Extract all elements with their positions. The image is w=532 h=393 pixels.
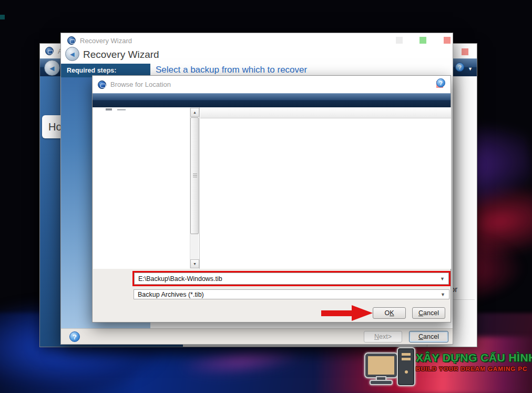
browse-location-dialog: Browse for Location ? ▲ ▼ — [92, 75, 451, 323]
next-button[interactable]: Next > — [364, 331, 402, 342]
file-list-pane — [200, 107, 451, 269]
wizard-app-icon — [67, 36, 76, 45]
wizard-header: ◄ Recovery Wizard — [61, 48, 453, 66]
page-title: Recovery Wizard — [83, 49, 159, 61]
close-icon[interactable] — [444, 37, 451, 44]
dialog-icon — [98, 80, 106, 89]
file-name-input[interactable]: E:\Backup\Back-Windows.tib ▼ — [134, 273, 449, 285]
cancel-button[interactable]: Cancel — [412, 307, 445, 319]
wizard-window-title: Recovery Wizard — [80, 37, 132, 45]
back-icon[interactable]: ◄ — [65, 47, 79, 61]
chevron-down-icon[interactable]: ▼ — [440, 276, 445, 281]
dialog-titlebar[interactable]: Browse for Location — [93, 76, 451, 93]
scroll-down-icon[interactable]: ▼ — [190, 259, 199, 268]
chevron-down-icon[interactable]: ▼ — [468, 66, 473, 72]
scrollbar-thumb[interactable] — [190, 117, 199, 234]
list-header — [200, 107, 451, 118]
cancel-button[interactable]: Cancel — [409, 331, 448, 342]
desktop: Ac ◄ ► ? ▼ Ho es Partitor Recovery Wizar… — [0, 0, 532, 393]
watermark-title: XÂY DỰNG CẤU HÌNH — [416, 351, 524, 364]
browser-panes: ▲ ▼ — [93, 107, 451, 269]
clipped-row-fragment — [106, 108, 112, 110]
minimize-icon[interactable] — [396, 37, 403, 44]
help-icon[interactable]: ? — [436, 78, 445, 87]
list-rows — [200, 118, 451, 269]
help-icon[interactable]: ? — [69, 331, 80, 342]
tree-scrollbar[interactable]: ▲ ▼ — [190, 108, 199, 268]
clipped-row-fragment — [117, 109, 126, 110]
annotation-arrow — [321, 305, 374, 321]
scroll-up-icon[interactable]: ▲ — [190, 108, 199, 117]
wallpaper-fragment — [0, 15, 5, 19]
maximize-icon[interactable] — [420, 37, 426, 44]
wizard-subtitle: Select a backup from which to recover — [156, 65, 307, 75]
close-icon[interactable] — [462, 48, 468, 55]
watermark-subtitle: BUILD YOUR DREAM GAMING PC — [416, 366, 524, 372]
watermark: XÂY DỰNG CẤU HÌNH BUILD YOUR DREAM GAMIN… — [364, 347, 525, 389]
files-of-type-select[interactable]: Backup Archives (*.tib) ▼ — [134, 289, 449, 299]
dialog-toolbar — [93, 93, 451, 107]
wizard-titlebar[interactable]: Recovery Wizard — [61, 33, 453, 48]
help-icon[interactable]: ? — [455, 63, 464, 72]
chevron-down-icon[interactable]: ▼ — [441, 292, 445, 297]
folder-tree-pane: ▲ ▼ — [93, 107, 200, 269]
file-name-highlight-box: E:\Backup\Back-Windows.tib ▼ — [132, 271, 451, 286]
ok-button[interactable]: OK — [373, 307, 406, 319]
wizard-footer: ? Next > Cancel — [61, 328, 453, 344]
dialog-title: Browse for Location — [110, 80, 171, 88]
acronis-app-icon — [45, 47, 54, 55]
computer-icon — [364, 348, 417, 386]
back-icon[interactable]: ◄ — [44, 60, 60, 76]
